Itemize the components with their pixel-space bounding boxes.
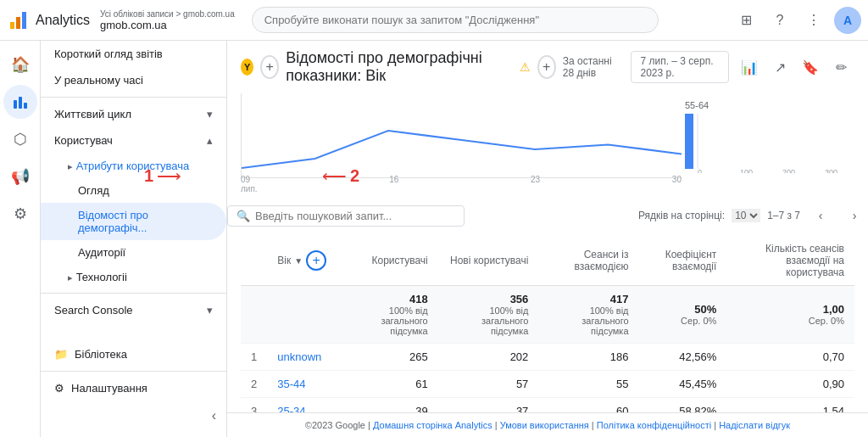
- reports-icon[interactable]: [3, 85, 37, 119]
- total-dim: [267, 286, 337, 344]
- sidebar-group-lifecycle[interactable]: Життєвий цикл ▾: [41, 101, 226, 127]
- grid-icon[interactable]: ⊞: [732, 7, 760, 34]
- sidebar-collapse-btn[interactable]: ‹: [41, 401, 226, 430]
- divider2: [41, 293, 226, 294]
- bookmark-icon[interactable]: 🔖: [797, 53, 824, 81]
- sidebar-sub-audiences[interactable]: Аудиторії: [41, 240, 226, 265]
- sidebar-sub-tech[interactable]: ▸ Технологіі: [41, 265, 226, 289]
- x-label-1: 16: [389, 175, 398, 193]
- ads-icon[interactable]: 📢: [3, 160, 37, 193]
- sidebar-item-realtime[interactable]: У реальному часі: [41, 67, 226, 93]
- footer-link-terms[interactable]: Умови використання: [500, 420, 589, 430]
- chevron-left-icon: ‹: [212, 408, 216, 423]
- row-new-users: 202: [438, 344, 539, 371]
- total-rate: 50% Сер. 0%: [639, 286, 727, 344]
- row-dim[interactable]: 25-34: [267, 398, 337, 413]
- data-table-container: Вік ▼ + Користувачі Нові користувачі Сеа…: [227, 236, 868, 412]
- row-rate: 58,82%: [639, 398, 727, 413]
- x-label-0: 09лип.: [241, 175, 258, 193]
- chart-area: 09лип. 16 23 30 55-64 0 100 200 300: [227, 93, 868, 195]
- avatar[interactable]: А: [834, 7, 861, 34]
- col-users-header[interactable]: Користувачі: [337, 236, 438, 286]
- search-input[interactable]: [252, 7, 659, 33]
- chevron-icon: ▼: [294, 256, 303, 266]
- account-info[interactable]: Усі облікові записи > gmob.com.ua gmob.c…: [100, 9, 235, 31]
- svg-text:100: 100: [740, 168, 753, 173]
- table-header-row: Вік ▼ + Користувачі Нові користувачі Сеа…: [241, 236, 854, 286]
- sidebar-group-user[interactable]: Користувач ▴: [41, 127, 226, 154]
- svg-rect-5: [24, 103, 27, 109]
- svg-rect-6: [685, 114, 693, 169]
- total-spu: 1,00 Сер. 0%: [726, 286, 854, 344]
- content-header: Y + Відомості про демографічні показники…: [227, 41, 868, 93]
- sidebar-sub-user-attrs[interactable]: ▸ Атрибути користувача: [41, 154, 226, 178]
- table-search-container[interactable]: 🔍: [227, 205, 465, 227]
- topbar-actions: ⊞ ? ⋮ А: [732, 7, 861, 34]
- col-new-users-header[interactable]: Нові користувачі: [438, 236, 539, 286]
- rows-per-page-select[interactable]: 10 25 50: [732, 209, 760, 222]
- topbar: Analytics Усі облікові записи > gmob.com…: [0, 0, 868, 41]
- logo[interactable]: Analytics: [7, 8, 90, 32]
- left-icon-bar: 🏠 ⬡ 📢 ⚙: [0, 41, 41, 437]
- export-icon[interactable]: ↗: [766, 53, 793, 81]
- table-row: 2 35-44 61 57 55 45,45% 0,90: [241, 371, 854, 398]
- sidebar-sub-overview[interactable]: Огляд: [41, 178, 226, 203]
- row-rate: 42,56%: [639, 344, 727, 371]
- sidebar: Короткий огляд звітів У реальному часі Ж…: [41, 41, 227, 437]
- footer-link-feedback[interactable]: Надіслати відгук: [719, 420, 790, 430]
- line-chart-svg: [242, 93, 682, 177]
- share-icon[interactable]: 📊: [736, 53, 763, 81]
- pagination: Рядків на сторінці: 10 25 50 1–7 з 7 ‹ ›: [638, 202, 868, 229]
- row-new-users: 37: [438, 398, 539, 413]
- row-sessions: 60: [538, 398, 638, 413]
- pagination-info: 1–7 з 7: [767, 210, 800, 221]
- row-dim[interactable]: 35-44: [267, 371, 337, 398]
- date-range[interactable]: За останні 28 днів 7 лип. – 3 серп. 2023…: [563, 51, 729, 83]
- configure-icon[interactable]: ⚙: [3, 197, 37, 231]
- col-rate-header[interactable]: Коефіцієнт взаємодії: [639, 236, 727, 286]
- search-bar[interactable]: [252, 7, 659, 33]
- more-icon[interactable]: ⋮: [800, 7, 827, 34]
- svg-rect-4: [19, 97, 22, 109]
- x-label-2: 23: [531, 175, 540, 193]
- table-search-input[interactable]: [255, 210, 455, 222]
- sidebar-item-summary-label: Короткий огляд звітів: [54, 48, 163, 60]
- col-sessions-header[interactable]: Сеанси із взаємодією: [538, 236, 638, 286]
- bar-chart-svg: 0 100 200 300: [685, 114, 854, 173]
- add-comparison-btn[interactable]: +: [260, 55, 279, 79]
- footer-link-privacy[interactable]: Політика конфіденційності: [597, 420, 711, 430]
- table-row: 1 unknown 265 202 186 42,56% 0,70: [241, 344, 854, 371]
- sidebar-item-realtime-label: У реальному часі: [54, 74, 143, 87]
- add-column-btn[interactable]: +: [306, 250, 326, 271]
- table-row: 3 25-34 39 37 60 58,82% 1,54: [241, 398, 854, 413]
- sidebar-sub-demographics[interactable]: Відомості про демографіч...: [41, 203, 226, 240]
- next-page-btn[interactable]: ›: [841, 202, 868, 229]
- y-badge[interactable]: Y: [241, 59, 253, 76]
- date-range-btn[interactable]: 7 лип. – 3 серп. 2023 р.: [631, 51, 729, 83]
- sidebar-group-search-console[interactable]: Search Console ▾: [41, 297, 226, 323]
- col-dim-header[interactable]: Вік ▼ +: [267, 236, 337, 286]
- bar-chart: 55-64 0 100 200 300: [685, 100, 854, 176]
- row-new-users: 57: [438, 371, 539, 398]
- svg-text:300: 300: [825, 168, 837, 173]
- prev-page-btn[interactable]: ‹: [807, 202, 834, 229]
- analytics-icon: [7, 8, 31, 32]
- help-icon[interactable]: ?: [766, 7, 793, 34]
- sidebar-item-summary[interactable]: Короткий огляд звітів: [41, 41, 226, 67]
- explore-icon[interactable]: ⬡: [3, 122, 37, 156]
- col-spu-header[interactable]: Кількість сеансів взаємодії на користува…: [726, 236, 854, 286]
- svg-text:200: 200: [782, 168, 795, 173]
- divider1: [41, 97, 226, 98]
- home-icon[interactable]: 🏠: [3, 48, 37, 81]
- x-label-3: 30: [672, 175, 682, 193]
- sidebar-library[interactable]: 📁 Бібліотека: [41, 341, 226, 367]
- edit-icon[interactable]: ✏: [827, 53, 854, 81]
- row-dim[interactable]: unknown: [267, 344, 337, 371]
- footer-link-analytics[interactable]: Домашня сторінка Analytics: [373, 420, 492, 430]
- line-chart: [241, 93, 682, 178]
- page-title: Відомості про демографічні показники: Ві…: [286, 49, 512, 85]
- date-range-label: За останні 28 днів: [563, 55, 625, 79]
- add-metric-btn[interactable]: +: [537, 55, 556, 79]
- sidebar-settings[interactable]: ⚙ Налаштування: [41, 375, 226, 401]
- row-users: 39: [337, 398, 438, 413]
